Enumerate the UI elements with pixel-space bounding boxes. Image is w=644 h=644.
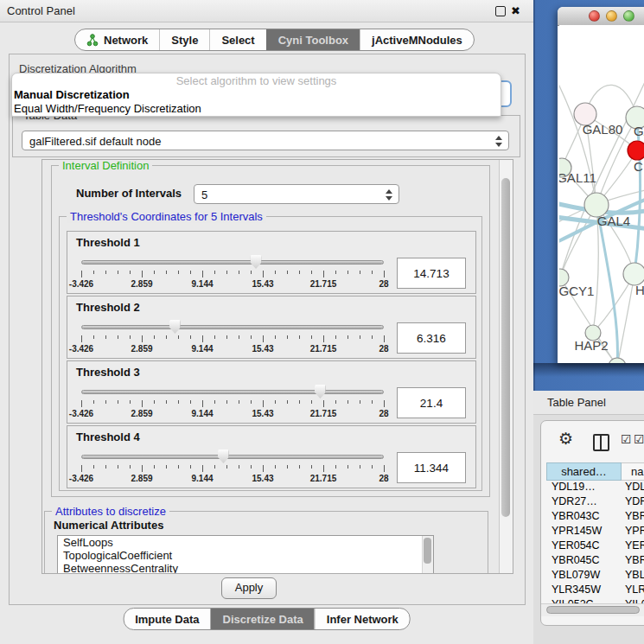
- tab-impute-data[interactable]: Impute Data: [124, 609, 210, 629]
- threshold-1-panel: Threshold 1 -3.426 2.859 9.144 15.43 21.…: [67, 231, 476, 294]
- column-header-shared-name[interactable]: shared…: [546, 462, 622, 481]
- tab-cyni-toolbox[interactable]: Cyni Toolbox: [266, 29, 360, 50]
- tab-select[interactable]: Select: [209, 29, 265, 50]
- table-row[interactable]: YDR27…YDR2: [546, 495, 644, 510]
- threshold-4-value-field[interactable]: 11.344: [397, 452, 466, 483]
- settings-scrollbar[interactable]: [499, 160, 513, 573]
- columns-icon[interactable]: [593, 434, 609, 451]
- tab-network-label: Network: [104, 34, 148, 47]
- slider-ticks: [81, 271, 384, 278]
- slider-ticks: [81, 400, 384, 408]
- panel-title: Control Panel: [7, 0, 75, 22]
- column-header-name[interactable]: na: [622, 462, 644, 481]
- table-row[interactable]: YPR145WYPR1: [546, 525, 644, 539]
- threshold-1-value-field[interactable]: 14.713: [397, 258, 466, 289]
- table-panel-title: Table Panel: [547, 391, 606, 414]
- checkbox-checked-icon[interactable]: ☑: [634, 432, 644, 446]
- interval-definition-group: Interval Definition Number of Intervals …: [51, 165, 490, 497]
- table-panel-section: Table Panel ⚙ ☑ ☑ shared… na YDL19…YDL1 …: [533, 391, 644, 644]
- node-label: GCY1: [559, 284, 594, 298]
- attributes-group: Attributes to discretize Numerical Attri…: [44, 511, 488, 574]
- threshold-2-label: Threshold 2: [76, 301, 140, 314]
- node-partial[interactable]: [609, 358, 626, 363]
- checkbox-checked-icon[interactable]: ☑: [621, 432, 632, 446]
- numerical-attributes-label: Numerical Attributes: [54, 519, 163, 532]
- zoom-traffic-light-icon[interactable]: [623, 10, 634, 22]
- node-label: GAL11: [559, 170, 596, 185]
- table-row[interactable]: YBL079WYBL0: [546, 569, 644, 583]
- gear-icon[interactable]: ⚙: [558, 429, 573, 448]
- threshold-2-slider[interactable]: -3.426 2.859 9.144 15.43 21.715 28: [81, 319, 384, 357]
- threshold-4-slider[interactable]: -3.426 2.859 9.144 15.43 21.715 28: [81, 449, 384, 487]
- table-horizontal-scrollbar[interactable]: [541, 603, 644, 616]
- algorithm-dropdown-popup: Select algorithm to view settings Manual…: [11, 73, 501, 117]
- number-of-intervals-label: Number of Intervals: [76, 187, 182, 200]
- tab-style[interactable]: Style: [159, 29, 209, 50]
- node-label: C: [634, 159, 643, 174]
- attributes-group-title: Attributes to discretize: [52, 505, 169, 518]
- tab-network[interactable]: Network: [75, 29, 159, 50]
- table-row[interactable]: YBR045CYBR0: [546, 554, 644, 569]
- slider-ticks: [81, 335, 384, 343]
- network-tab-icon: [86, 34, 99, 47]
- threshold-3-slider[interactable]: -3.426 2.859 9.144 15.43 21.715 28: [81, 384, 384, 422]
- node-selected-red[interactable]: [628, 141, 644, 160]
- combo-spinner-icon: [495, 136, 502, 147]
- slider-track[interactable]: [81, 455, 384, 459]
- close-traffic-light-icon[interactable]: [589, 10, 600, 22]
- table-data-combobox[interactable]: galFiltered.sif default node: [22, 131, 509, 150]
- node-label: HAP2: [574, 338, 608, 353]
- dropdown-option-manual-discretization[interactable]: Manual Discretization: [12, 88, 501, 102]
- slider-thumb[interactable]: [169, 320, 181, 334]
- settings-scrollpane: Interval Definition Number of Intervals …: [41, 159, 513, 574]
- threshold-2-value-field[interactable]: 6.316: [397, 322, 466, 354]
- table-panel-titlebar: Table Panel: [533, 391, 644, 415]
- table-data-group: Table Data galFiltered.sif default node: [12, 115, 520, 157]
- threshold-4-panel: Threshold 4 -3.426 2.859 9.144 15.43 21.…: [67, 425, 476, 488]
- control-panel-titlebar: Control Panel ✖: [0, 0, 533, 22]
- numerical-attributes-list: SelfLoops TopologicalCoefficient Between…: [57, 535, 434, 574]
- list-scrollbar[interactable]: [422, 536, 433, 574]
- table-row[interactable]: YLR345WYLR3: [546, 583, 644, 598]
- table-row[interactable]: YDL19…YDL1: [546, 481, 644, 495]
- slider-thumb[interactable]: [251, 255, 262, 269]
- float-panel-icon[interactable]: [495, 6, 506, 16]
- thresholds-group-title: Threshold's Coordinates for 5 Intervals: [67, 210, 266, 223]
- tab-jactivemnodules[interactable]: jActiveMNodules: [360, 29, 474, 50]
- interval-definition-title: Interval Definition: [59, 159, 152, 172]
- tab-infer-network[interactable]: Infer Network: [315, 609, 410, 629]
- threshold-1-slider[interactable]: -3.426 2.859 9.144 15.43 21.715 28: [81, 254, 384, 292]
- minimize-traffic-light-icon[interactable]: [606, 10, 617, 22]
- window-shadow: [533, 363, 644, 377]
- table-header-row: shared… na: [546, 462, 644, 481]
- slider-thumb[interactable]: [218, 450, 229, 463]
- tab-discretize-data[interactable]: Discretize Data: [211, 609, 315, 629]
- slider-track[interactable]: [81, 260, 384, 265]
- list-item[interactable]: SelfLoops: [58, 536, 433, 549]
- thresholds-group: Threshold's Coordinates for 5 Intervals …: [59, 216, 482, 491]
- node-label: GAL4: [597, 214, 630, 228]
- node-table: shared… na YDL19…YDL1 YDR27…YDR2 YBR043C…: [546, 462, 644, 613]
- threshold-3-label: Threshold 3: [76, 366, 140, 379]
- list-item[interactable]: TopologicalCoefficient: [58, 549, 433, 562]
- apply-button[interactable]: Apply: [221, 577, 277, 599]
- network-window-titlebar[interactable]: [558, 7, 644, 26]
- control-panel-tabbar: Network Style Select Cyni Toolbox jActiv…: [74, 29, 475, 51]
- network-canvas[interactable]: GAL80 GA C GAL11 GAL4 GCY1 H HAP2: [559, 25, 644, 363]
- table-row[interactable]: YER054CYER0: [546, 539, 644, 554]
- close-icon[interactable]: ✖: [511, 3, 520, 19]
- network-view-window: GAL80 GA C GAL11 GAL4 GCY1 H HAP2: [558, 7, 644, 363]
- threshold-3-panel: Threshold 3 -3.426 2.859 9.144 15.43 21.…: [67, 360, 476, 424]
- slider-thumb[interactable]: [315, 385, 326, 399]
- table-row[interactable]: YBR043CYBR0: [546, 510, 644, 525]
- threshold-1-label: Threshold 1: [76, 236, 140, 249]
- node-label: GAL80: [583, 122, 623, 137]
- list-item[interactable]: BetweennessCentrality: [58, 562, 433, 574]
- threshold-3-value-field[interactable]: 21.4: [397, 387, 466, 418]
- dropdown-placeholder: Select algorithm to view settings: [12, 73, 501, 88]
- slider-track[interactable]: [81, 325, 384, 329]
- number-of-intervals-combobox[interactable]: 5: [194, 184, 399, 204]
- dropdown-option-equal-width[interactable]: Equal Width/Frequency Discretization: [12, 102, 501, 116]
- slider-track[interactable]: [81, 390, 384, 394]
- threshold-4-label: Threshold 4: [76, 430, 140, 443]
